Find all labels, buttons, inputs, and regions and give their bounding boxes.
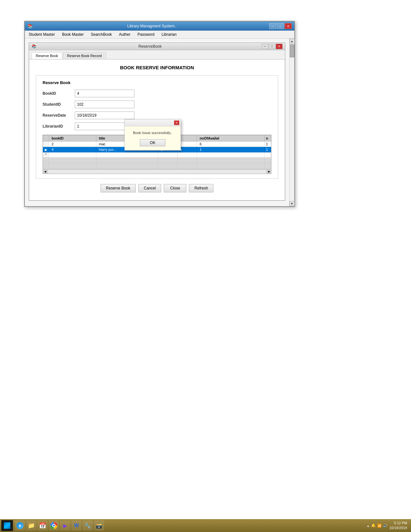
studentid-label: StudentID <box>43 102 75 107</box>
taskbar-app-icon[interactable]: 🗃️ <box>94 520 104 531</box>
col-indicator <box>43 135 49 141</box>
menu-student-master[interactable]: Student Master <box>27 32 56 37</box>
horizontal-scrollbar[interactable]: ◀ ▶ <box>43 169 271 174</box>
col-bookid: bookID <box>49 135 96 141</box>
dialog-ok-button[interactable]: OK <box>140 139 165 146</box>
taskbar-sys-icons: ▲ 🔔 📶 🔊 <box>367 523 387 528</box>
reserve-titlebar: 📚 ReserveBook ─ □ ✕ <box>29 43 285 50</box>
scroll-down-btn[interactable]: ▼ <box>289 201 295 206</box>
close-button[interactable]: Close <box>164 184 186 192</box>
row-empty-6 <box>265 152 271 158</box>
reserve-icon: 📚 <box>32 44 36 49</box>
row-empty-1 <box>49 152 96 158</box>
taskbar-right: ▲ 🔔 📶 🔊 5:12 PM 10/18/2019 <box>367 521 410 531</box>
row-book-id-selected: 4 <box>49 147 96 152</box>
taskbar-chrome-icon[interactable] <box>49 520 59 531</box>
start-button[interactable] <box>1 520 13 531</box>
reserve-maximize-btn[interactable]: □ <box>269 44 275 49</box>
reservedate-input[interactable] <box>75 111 134 119</box>
scroll-up-btn[interactable]: ▲ <box>289 39 295 44</box>
refresh-button[interactable]: Refresh <box>189 184 213 192</box>
bookid-label: BookID <box>43 91 75 96</box>
reservedate-label: ReserveDate <box>43 113 75 118</box>
reserve-win-controls: ─ □ ✕ <box>262 44 282 49</box>
clock-time: 5:12 PM <box>389 521 407 526</box>
row-no-avail: 6 <box>197 141 265 147</box>
show-hidden-icon[interactable]: ▲ <box>367 524 370 527</box>
tab-reserve-book-record[interactable]: Reserve Book Record <box>63 52 106 59</box>
tabs-container: Reserve Book Reserve Book Record <box>29 50 285 59</box>
row-indicator <box>43 141 49 147</box>
taskbar-tools-icon[interactable]: 🔧 <box>83 520 93 531</box>
reservedate-row: ReserveDate <box>43 111 271 119</box>
reserve-book-window: 📚 ReserveBook ─ □ ✕ Reserve Book Reserve… <box>29 43 285 201</box>
notification-icon: 🔔 <box>371 523 376 528</box>
clock-date: 10/18/2019 <box>389 526 407 530</box>
taskbar: e 📁 📅 ▶ W 🔧 🗃️ <box>0 519 411 532</box>
app-minimize-btn[interactable]: ─ <box>269 23 276 29</box>
taskbar-explorer-icon[interactable]: 📁 <box>26 520 36 531</box>
reserve-book-button[interactable]: Reserve Book <box>101 184 136 192</box>
bookid-row: BookID <box>43 90 271 97</box>
row-col6-selected: 1 <box>265 147 271 152</box>
row-indicator-selected: ▶ <box>43 147 49 152</box>
h-scroll-right-btn[interactable]: ▶ <box>267 170 271 174</box>
section-box-title: Reserve Book <box>43 80 271 85</box>
section-title: BOOK RESERVE INFORMATION <box>36 65 278 70</box>
app-outer-frame: 📚 Library Managment System.. ─ □ ✕ Stude… <box>24 21 295 207</box>
studentid-row: StudentID <box>43 101 271 108</box>
scroll-thumb[interactable] <box>290 44 294 57</box>
h-scroll-left-btn[interactable]: ◀ <box>43 170 47 174</box>
row-empty-4 <box>178 152 197 158</box>
menu-search-book[interactable]: SearchBook <box>90 32 113 37</box>
taskbar-clock[interactable]: 5:12 PM 10/18/2019 <box>389 521 407 531</box>
taskbar-word-icon[interactable]: W <box>71 520 82 531</box>
h-scroll-track <box>47 169 267 174</box>
app-title: Library Managment System.. <box>35 24 269 28</box>
bookid-input[interactable] <box>75 90 134 97</box>
taskbar-vs-icon[interactable]: ▶ <box>60 520 70 531</box>
librarianid-label: LibrarianID <box>43 124 75 129</box>
app-win-controls: ─ □ ✕ <box>269 23 292 29</box>
dialog-box: ✕ Book Issue successfully.. OK <box>124 119 181 150</box>
menu-librarian[interactable]: Librarian <box>160 32 178 37</box>
app-maximize-btn[interactable]: □ <box>277 23 284 29</box>
reserve-content: BOOK RESERVE INFORMATION Reserve Book Bo… <box>29 59 285 200</box>
app-icon: 📚 <box>27 24 33 29</box>
dialog-message: Book Issue successfully.. <box>129 131 177 135</box>
row-indicator-new: * <box>43 152 49 158</box>
taskbar-office-icon[interactable]: 📅 <box>37 520 48 531</box>
row-col6: 1 <box>265 141 271 147</box>
row-empty-3 <box>158 152 178 158</box>
menu-password[interactable]: Password <box>136 32 156 37</box>
table-row-new[interactable]: * <box>43 152 271 158</box>
volume-icon: 🔊 <box>383 524 387 528</box>
reserve-minimize-btn[interactable]: ─ <box>262 44 268 49</box>
table-row-empty <box>43 158 271 163</box>
tab-reserve-book[interactable]: Reserve Book <box>32 52 62 59</box>
app-close-btn[interactable]: ✕ <box>285 23 292 29</box>
row-no-avail-selected: 1 <box>197 147 265 152</box>
network-icon: 📶 <box>377 524 382 528</box>
reserve-title: ReserveBook <box>38 44 262 49</box>
taskbar-icons: e 📁 📅 ▶ W 🔧 🗃️ <box>15 520 104 531</box>
taskbar-ie-icon[interactable]: e <box>15 520 25 531</box>
dialog-titlebar: ✕ <box>125 120 181 126</box>
table-row-empty-2 <box>43 163 271 169</box>
dialog-body: Book Issue successfully.. OK <box>125 126 181 150</box>
row-empty-5 <box>197 152 265 158</box>
row-book-id: 2 <box>49 141 96 147</box>
menu-auther[interactable]: Auther <box>118 32 132 37</box>
menu-bar: Student Master Book Master SearchBook Au… <box>25 31 294 39</box>
action-buttons: Reserve Book Cancel Close Refresh <box>36 184 278 192</box>
app-scrollbar[interactable]: ▲ ▼ <box>289 39 294 206</box>
cancel-button[interactable]: Cancel <box>138 184 161 192</box>
menu-book-master[interactable]: Book Master <box>61 32 85 37</box>
reserve-close-btn[interactable]: ✕ <box>276 44 282 49</box>
app-titlebar: 📚 Library Managment System.. ─ □ ✕ <box>25 22 294 31</box>
col-6: n <box>265 135 271 141</box>
row-empty-2 <box>96 152 158 158</box>
studentid-input[interactable] <box>75 101 134 108</box>
dialog-close-icon[interactable]: ✕ <box>174 121 179 125</box>
col-no-avail: noOfAvailal <box>197 135 265 141</box>
